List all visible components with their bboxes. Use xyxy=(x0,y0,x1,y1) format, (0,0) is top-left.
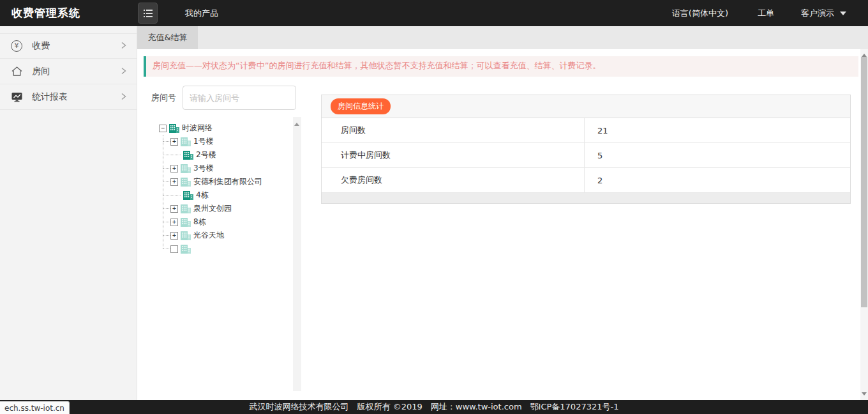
tree-expand-toggle[interactable]: + xyxy=(170,138,178,146)
tree-node[interactable]: + 3号楼 xyxy=(151,162,301,175)
chevron-right-icon xyxy=(121,92,127,102)
room-stats-badge: 房间信息统计 xyxy=(331,98,391,114)
tree-node-root[interactable]: − 时波网络 xyxy=(151,121,301,135)
info-alert: 房间充值——对状态为“计费中”的房间进行充值和结算，其他状态暂不支持充值和结算；… xyxy=(144,56,858,77)
tree-node-label[interactable]: 泉州文创园 xyxy=(193,203,232,214)
building-tree: − 时波网络 + 1号楼 2号楼 xyxy=(151,117,301,256)
home-icon xyxy=(10,66,24,77)
list-icon xyxy=(144,10,153,11)
work-order-link[interactable]: 工单 xyxy=(758,8,774,19)
room-search-row: 房间号 xyxy=(151,86,296,110)
tree-connector-line xyxy=(163,155,181,155)
chevron-right-icon xyxy=(121,66,127,77)
building-icon xyxy=(181,204,191,213)
tree-node-label[interactable]: 8栋 xyxy=(193,217,206,227)
tree-connector-line xyxy=(163,249,170,249)
tree-node[interactable]: + 泉州文创园 xyxy=(151,202,301,215)
building-icon xyxy=(183,150,194,160)
building-icon xyxy=(181,164,191,173)
tree-expand-toggle[interactable]: + xyxy=(170,178,178,186)
building-icon xyxy=(181,217,191,227)
tree-node-label[interactable]: 时波网络 xyxy=(182,123,213,134)
stat-label: 计费中房间数 xyxy=(322,143,585,167)
tree-expand-toggle[interactable] xyxy=(170,245,178,253)
room-number-label: 房间号 xyxy=(151,92,176,103)
stat-label: 房间数 xyxy=(322,118,585,142)
tree-node[interactable]: + 安德利集团有限公司 xyxy=(151,175,301,188)
tree-connector-line xyxy=(163,168,170,169)
tab-recharge-settlement[interactable]: 充值&结算 xyxy=(137,26,198,49)
tree-connector-line xyxy=(163,141,170,142)
building-icon xyxy=(181,177,191,187)
sidebar-item-reports[interactable]: 统计报表 xyxy=(0,84,137,110)
tree-connector-line xyxy=(163,208,170,209)
sidebar-item-label: 房间 xyxy=(32,66,50,77)
chevron-right-icon xyxy=(121,41,127,51)
tree-expand-toggle[interactable]: + xyxy=(170,218,178,226)
stat-value: 2 xyxy=(585,168,850,192)
tree-node[interactable]: + 8栋 xyxy=(151,215,301,229)
tree-collapse-toggle[interactable]: − xyxy=(159,125,167,132)
table-row: 计费中房间数 5 xyxy=(322,143,850,168)
tree-connector-line xyxy=(163,235,170,236)
app-title: 收费管理系统 xyxy=(11,0,80,26)
tree-node[interactable] xyxy=(151,242,301,256)
scroll-up-icon[interactable] xyxy=(294,120,299,126)
scrollbar-thumb[interactable] xyxy=(861,57,867,307)
sidebar: ¥ 收费 房间 统计报表 xyxy=(0,26,137,400)
table-row: 房间数 21 xyxy=(322,118,850,143)
tree-node-label[interactable]: 4栋 xyxy=(196,190,209,201)
account-menu[interactable]: 客户演示 xyxy=(801,8,846,19)
sidebar-item-rooms[interactable]: 房间 xyxy=(0,59,137,84)
building-icon xyxy=(181,137,191,146)
language-menu[interactable]: 语言(简体中文) xyxy=(672,8,728,19)
scroll-down-icon[interactable] xyxy=(862,392,867,398)
tree-node[interactable]: 2号楼 xyxy=(151,148,301,162)
tree-scrollbar[interactable] xyxy=(293,117,301,391)
account-name: 客户演示 xyxy=(801,8,834,19)
tabbar: 充值&结算 xyxy=(137,26,868,49)
room-number-input[interactable] xyxy=(183,86,296,110)
tree-node[interactable]: + 1号楼 xyxy=(151,135,301,148)
stat-value: 21 xyxy=(585,118,850,142)
building-icon xyxy=(181,244,191,254)
building-icon xyxy=(181,231,191,240)
tree-expand-toggle[interactable]: + xyxy=(170,232,178,240)
list-icon xyxy=(144,16,153,17)
sidebar-item-label: 收费 xyxy=(32,40,50,52)
my-products-link[interactable]: 我的产品 xyxy=(185,0,218,26)
tree-node[interactable]: 4栋 xyxy=(151,188,301,202)
tree-node-label[interactable]: 1号楼 xyxy=(193,136,214,147)
chart-board-icon xyxy=(10,92,24,102)
stat-value: 5 xyxy=(585,143,850,167)
building-icon xyxy=(169,123,180,133)
tree-expand-toggle[interactable]: + xyxy=(170,205,178,213)
link-status-bubble: ech.ss.tw-iot.cn xyxy=(0,401,70,414)
scroll-up-icon[interactable] xyxy=(862,51,867,57)
yen-circle-icon: ¥ xyxy=(10,40,24,52)
tree-node-label[interactable]: 3号楼 xyxy=(193,163,214,174)
building-tree-panel: − 时波网络 + 1号楼 2号楼 xyxy=(151,117,301,391)
topbar: 收费管理系统 我的产品 语言(简体中文) 工单 客户演示 xyxy=(0,0,868,26)
tree-connector-line xyxy=(163,195,181,195)
main-content: 房间充值——对状态为“计费中”的房间进行充值和结算，其他状态暂不支持充值和结算；… xyxy=(137,49,868,400)
room-stats-panel: 房间信息统计 房间数 21 计费中房间数 5 欠费房间数 2 xyxy=(321,95,851,204)
tree-expand-toggle[interactable]: + xyxy=(170,165,178,172)
tree-connector-line xyxy=(163,181,170,182)
room-stats-header: 房间信息统计 xyxy=(322,95,850,118)
tree-connector-line xyxy=(163,222,170,222)
page-scrollbar[interactable] xyxy=(860,49,868,400)
tree-node-label[interactable]: 安德利集团有限公司 xyxy=(193,176,262,187)
sidebar-item-label: 统计报表 xyxy=(32,91,68,103)
caret-down-icon xyxy=(840,12,846,15)
tree-node[interactable]: + 光谷天地 xyxy=(151,229,301,242)
tree-node-label[interactable]: 光谷天地 xyxy=(193,230,224,241)
list-icon xyxy=(144,13,153,14)
sidebar-toggle-button[interactable] xyxy=(138,3,158,24)
sidebar-item-charges[interactable]: ¥ 收费 xyxy=(0,33,137,59)
tree-node-label[interactable]: 2号楼 xyxy=(196,150,216,160)
building-icon xyxy=(183,190,194,200)
stat-label: 欠费房间数 xyxy=(322,168,585,192)
page-footer: 武汉时波网络技术有限公司 版权所有 ©2019 网址：www.tw-iot.co… xyxy=(0,400,868,414)
table-row: 欠费房间数 2 xyxy=(322,168,850,193)
